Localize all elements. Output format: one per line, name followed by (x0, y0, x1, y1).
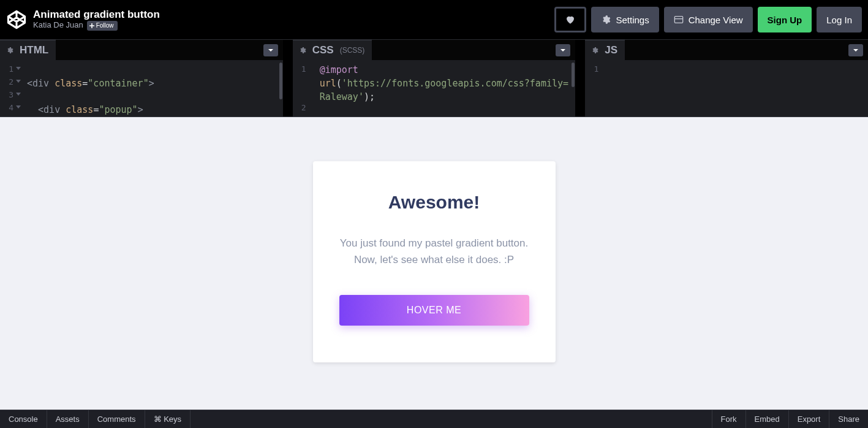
css-editor[interactable]: 1 2 @import url('https://fonts.googleapi… (293, 60, 576, 117)
footer: Console Assets Comments ⌘ Keys Fork Embe… (0, 410, 868, 428)
popup-card: Awesome! You just found my pastel gradie… (313, 161, 556, 362)
follow-button[interactable]: Follow (87, 21, 118, 31)
js-pane: JS 1 (585, 40, 868, 117)
js-tab[interactable]: JS (585, 40, 625, 60)
html-pane-menu[interactable] (263, 44, 278, 56)
code-body[interactable]: <div class="container"> <div class="popu… (18, 60, 283, 117)
chevron-down-icon (268, 47, 274, 53)
chevron-down-icon (560, 47, 566, 53)
editor-row: HTML 1 2 3 4 <div class="container"> <di… (0, 40, 868, 117)
follow-label: Follow (96, 22, 114, 29)
assets-button[interactable]: Assets (47, 410, 89, 428)
gutter: 1 (585, 60, 603, 117)
gear-icon (591, 47, 598, 54)
fork-button[interactable]: Fork (712, 410, 745, 428)
js-editor[interactable]: 1 (585, 60, 868, 117)
html-tab[interactable]: HTML (0, 40, 56, 60)
layout-icon (674, 15, 684, 25)
css-pane-header: CSS (SCSS) (293, 40, 576, 60)
css-title: CSS (312, 44, 334, 56)
hover-me-button[interactable]: HOVER ME (339, 295, 529, 326)
title-block: Animated gradient button Katia De Juan F… (33, 9, 160, 30)
keys-button[interactable]: ⌘ Keys (145, 410, 191, 428)
embed-button[interactable]: Embed (745, 410, 788, 428)
gear-icon (299, 47, 306, 54)
heart-icon (565, 14, 576, 25)
codepen-logo-icon[interactable] (6, 9, 27, 30)
css-pane-menu[interactable] (556, 44, 570, 56)
gear-icon (6, 47, 13, 54)
popup-title: Awesome! (334, 192, 535, 213)
log-in-button[interactable]: Log In (817, 7, 862, 32)
js-pane-header: JS (585, 40, 868, 60)
css-preprocessor: (SCSS) (340, 46, 365, 55)
css-pane: CSS (SCSS) 1 2 @import url('https://font… (293, 40, 576, 117)
sign-up-button[interactable]: Sign Up (758, 7, 812, 32)
header: Animated gradient button Katia De Juan F… (0, 0, 868, 40)
change-view-label: Change View (689, 15, 743, 25)
html-title: HTML (20, 44, 48, 56)
love-button[interactable] (554, 7, 586, 32)
settings-label: Settings (616, 15, 649, 25)
gutter: 1 2 (293, 60, 311, 117)
change-view-button[interactable]: Change View (664, 7, 753, 32)
export-button[interactable]: Export (788, 410, 829, 428)
console-button[interactable]: Console (0, 410, 47, 428)
js-pane-menu[interactable] (848, 44, 863, 56)
pen-title: Animated gradient button (33, 9, 160, 21)
comments-button[interactable]: Comments (89, 410, 145, 428)
js-title: JS (605, 44, 617, 56)
svg-rect-0 (674, 17, 682, 23)
plus-icon (89, 23, 94, 28)
html-pane: HTML 1 2 3 4 <div class="container"> <di… (0, 40, 283, 117)
css-tab[interactable]: CSS (SCSS) (293, 40, 372, 60)
chevron-down-icon (853, 47, 859, 53)
gear-icon (601, 15, 611, 25)
author-link[interactable]: Katia De Juan (33, 21, 83, 30)
popup-body: You just found my pastel gradient button… (334, 235, 535, 268)
gutter: 1 2 3 4 (0, 60, 18, 117)
html-pane-header: HTML (0, 40, 283, 60)
settings-button[interactable]: Settings (591, 7, 659, 32)
code-body[interactable] (603, 60, 868, 117)
code-body[interactable]: @import url('https://fonts.googleapis.co… (311, 60, 576, 117)
preview-pane: Awesome! You just found my pastel gradie… (0, 117, 868, 411)
share-button[interactable]: Share (829, 410, 868, 428)
html-editor[interactable]: 1 2 3 4 <div class="container"> <div cla… (0, 60, 283, 117)
